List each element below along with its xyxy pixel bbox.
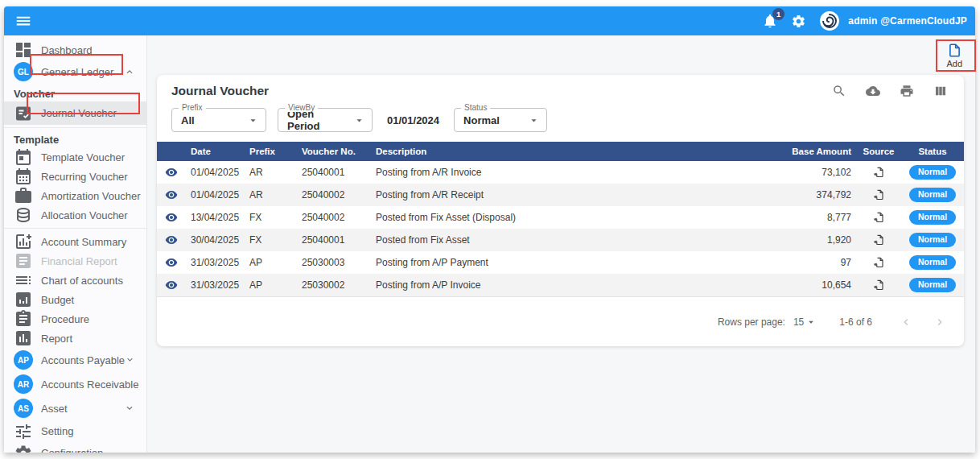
status-badge: Normal [909,255,956,270]
journal-voucher-card: Journal Voucher Prefix All [157,75,964,346]
col-base-amount: Base Amount [766,147,856,156]
sidebar-item-amortization-voucher[interactable]: Amortization Voucher [4,186,146,205]
sidebar-item-report[interactable]: Report [4,329,146,348]
source-document-icon[interactable] [856,211,901,224]
notifications-button[interactable]: 1 [762,13,778,29]
table-row[interactable]: 31/03/2025 AP 25030002 Posting from A/P … [157,274,964,296]
status-badge: Normal [909,233,956,247]
viewby-select[interactable]: ViewBy Open Period [278,108,373,132]
source-document-icon[interactable] [856,166,901,179]
prefix-select[interactable]: Prefix All [171,108,266,132]
cell-voucher-no: 25030002 [302,279,376,291]
sidebar-item-accounts-payable[interactable]: AP Accounts Payable [4,348,146,372]
sidebar-section-template: Template [4,127,146,147]
sidebar-item-procedure[interactable]: Procedure [4,309,146,329]
table-row[interactable]: 01/04/2025 AR 25040001 Posting from A/R … [157,161,964,184]
clipboard-icon [14,309,33,329]
view-eye-icon[interactable] [157,234,191,246]
sidebar: Dashboard GL General Ledger Voucher Jour… [4,35,147,453]
cell-date: 13/04/2025 [191,212,249,223]
gear-icon [14,444,33,453]
chart-add-icon [14,232,33,251]
previous-page-icon[interactable] [900,316,912,329]
sliders-icon [14,422,33,441]
dropdown-arrow-icon [528,114,540,126]
source-document-icon[interactable] [856,256,901,269]
sidebar-item-chart-of-accounts[interactable]: Chart of accounts [4,271,146,290]
dashboard-icon [14,40,33,60]
sidebar-item-budget[interactable]: Budget [4,290,146,309]
status-select[interactable]: Status Normal [454,108,547,132]
cell-base-amount: 8,777 [766,212,856,223]
sidebar-item-asset[interactable]: AS Asset [4,396,146,420]
table-row[interactable]: 01/04/2025 AR 25040002 Posting from A/R … [157,184,964,206]
status-badge: Normal [909,278,956,292]
add-button[interactable]: Add [946,43,962,68]
next-page-icon[interactable] [933,316,946,329]
cell-date: 31/03/2025 [191,257,249,268]
status-badge-cell: Normal [901,255,964,270]
sidebar-item-configuration[interactable]: Configuration [4,442,146,453]
rows-per-page-select[interactable]: 15 [793,316,817,328]
table-row[interactable]: 13/04/2025 FX 25040002 Posted from Fix A… [157,206,964,229]
user-name: admin @CarmenCloudJP [848,15,967,27]
cell-prefix: AR [249,167,302,178]
status-badge-cell: Normal [901,165,964,180]
source-document-icon[interactable] [856,234,901,246]
cell-voucher-no: 25040002 [302,212,376,223]
dropdown-arrow-icon [353,114,365,126]
list-icon [14,271,33,290]
col-voucher-no: Voucher No. [302,147,376,156]
notification-badge: 1 [772,8,784,20]
sidebar-item-recurring-voucher[interactable]: Recurring Voucher [4,167,146,186]
cell-date: 30/04/2025 [191,234,249,246]
sidebar-item-account-summary[interactable]: Account Summary [4,232,146,251]
cell-base-amount: 1,920 [766,234,856,246]
sidebar-item-general-ledger[interactable]: GL General Ledger [4,60,146,84]
main-content: Add Journal Voucher Prefix All [147,35,975,453]
view-eye-icon[interactable] [157,166,191,179]
menu-icon[interactable] [14,12,32,30]
view-eye-icon[interactable] [157,188,191,201]
table-row[interactable]: 31/03/2025 AP 25030003 Posting from A/P … [157,251,964,274]
template-voucher-icon [14,147,33,167]
sidebar-item-allocation-voucher[interactable]: Allocation Voucher [4,205,146,225]
source-document-icon[interactable] [856,279,901,292]
col-status: Status [901,147,964,156]
sidebar-item-financial-report[interactable]: Financial Report [4,251,146,271]
rows-per-page-label: Rows per page: [718,316,785,328]
dropdown-arrow-icon [247,114,259,126]
pagination-range: 1-6 of 6 [839,316,872,328]
print-icon[interactable] [900,84,914,98]
status-badge: Normal [909,165,956,180]
col-description: Description [376,147,766,156]
cloud-download-icon[interactable] [866,84,880,98]
briefcase-icon [14,186,33,205]
ap-avatar: AP [14,350,33,370]
settings-gear-icon[interactable] [791,14,806,29]
cell-voucher-no: 25040001 [302,234,376,246]
cell-voucher-no: 25030003 [302,257,376,268]
sidebar-item-template-voucher[interactable]: Template Voucher [4,147,146,167]
cell-description: Posting from A/R Receipt [376,189,766,201]
page-title: Journal Voucher [171,84,269,98]
chevron-down-icon [125,354,135,366]
cell-description: Posting from A/R Invoice [376,167,766,178]
status-badge: Normal [909,210,956,225]
status-badge: Normal [909,188,956,202]
sidebar-item-accounts-receivable[interactable]: AR Accounts Receivable [4,372,146,396]
report-chart-icon [14,329,33,348]
sidebar-item-journal-voucher[interactable]: Journal Voucher [4,101,146,125]
avatar[interactable] [819,10,840,31]
table-row[interactable]: 30/04/2025 FX 25040001 Posted from Fix A… [157,229,964,251]
columns-icon[interactable] [933,84,948,98]
sidebar-item-dashboard[interactable]: Dashboard [4,40,146,60]
view-eye-icon[interactable] [157,279,191,292]
view-eye-icon[interactable] [157,211,191,224]
cell-base-amount: 374,792 [766,189,856,201]
view-eye-icon[interactable] [157,256,191,269]
sidebar-item-setting[interactable]: Setting [4,420,146,442]
source-document-icon[interactable] [856,188,901,201]
search-icon[interactable] [832,84,846,98]
chevron-down-icon [124,403,135,414]
